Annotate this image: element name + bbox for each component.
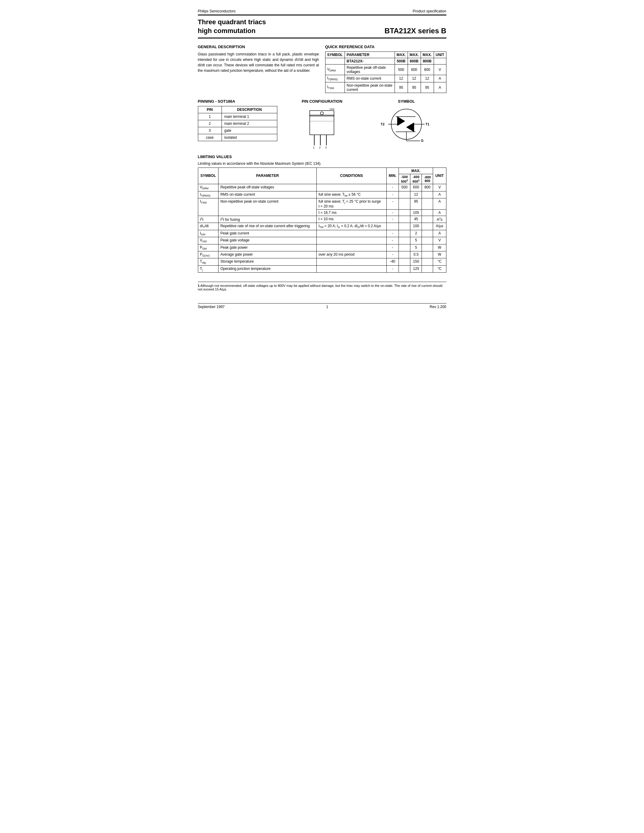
lv-col-param: PARAMETER <box>219 167 317 184</box>
svg-text:G: G <box>421 139 424 142</box>
product-title: Three quadrant triacs high commutation <box>198 18 266 35</box>
svg-text:2: 2 <box>319 146 320 148</box>
lv-max-600: -6006001 <box>411 174 422 184</box>
lv-row-pgm: PGM Peak gate power - 5 W <box>198 244 446 251</box>
lv-col-symbol: SYMBOL <box>198 167 219 184</box>
symbol-section: SYMBOL T2 T1 G <box>367 99 446 148</box>
svg-marker-12 <box>397 117 405 126</box>
lv-row-tstg: Tstg Storage temperature -40 150 °C <box>198 258 446 265</box>
lv-row-vgm: VGM Peak gate voltage - 5 V <box>198 237 446 244</box>
pin-row-2: 2 main terminal 2 <box>198 120 277 127</box>
qr-subheader-row: BTA212X- 500B 600B 800B <box>325 58 446 64</box>
lv-row-igm: IGM Peak gate current - 2 A <box>198 230 446 237</box>
general-description: GENERAL DESCRIPTION Glass passivated hig… <box>198 45 319 93</box>
title-bar: Three quadrant triacs high commutation B… <box>198 14 446 39</box>
doc-type: Product specification <box>413 9 446 13</box>
pin-col-desc: DESCRIPTION <box>222 106 277 113</box>
top-two-col: GENERAL DESCRIPTION Glass passivated hig… <box>198 45 446 93</box>
qr-heading: QUICK REFERENCE DATA <box>325 45 446 49</box>
footnote-text: 1 Although not recommended, off-state vo… <box>198 284 446 291</box>
qr-header-row: SYMBOL PARAMETER MAX. MAX. MAX. UNIT <box>325 52 446 58</box>
lv-max-500: -5005001 <box>399 174 410 184</box>
pin-row-case: case isolated <box>198 134 277 141</box>
qr-col-max2: MAX. <box>407 52 421 58</box>
lv-header-row: SYMBOL PARAMETER CONDITIONS MIN. MAX. UN… <box>198 167 446 174</box>
triac-symbol: T2 T1 G <box>379 106 434 145</box>
middle-three-col: PINNING - SOT186A PIN DESCRIPTION 1 main… <box>198 99 446 148</box>
qr-col-unit: UNIT <box>434 52 446 58</box>
svg-text:T2: T2 <box>381 122 385 126</box>
pin-row-3: 3 gate <box>198 127 277 134</box>
lv-col-min: MIN. <box>386 167 399 184</box>
gen-desc-text: Glass passivated high commutation triacs… <box>198 51 319 73</box>
pin-config-section: PIN CONFIGURATION case 1 2 3 <box>282 99 362 148</box>
svg-text:3: 3 <box>325 146 327 148</box>
svg-point-2 <box>320 112 324 115</box>
gen-desc-heading: GENERAL DESCRIPTION <box>198 45 319 49</box>
qr-table: SYMBOL PARAMETER MAX. MAX. MAX. UNIT BTA… <box>325 51 446 93</box>
title-left: Three quadrant triacs high commutation <box>198 18 266 35</box>
lv-col-max: MAX. <box>399 167 433 174</box>
svg-text:T1: T1 <box>425 122 430 126</box>
lv-row-i2t: I2t I2t for fusing t = 10 ms - 45 A2s <box>198 216 446 223</box>
svg-text:1: 1 <box>313 146 315 148</box>
qr-col-param: PARAMETER <box>345 52 394 58</box>
lv-row-tj: Tj Operating junction temperature - 125 … <box>198 265 446 272</box>
footer-page: 1 <box>326 305 328 309</box>
limiting-heading: LIMITING VALUES <box>198 154 446 159</box>
svg-marker-13 <box>406 123 414 132</box>
qr-row-itrms: IT(RMS) RMS on-state current 12 12 12 A <box>325 75 446 82</box>
qr-col-symbol: SYMBOL <box>325 52 345 58</box>
symbol-heading: SYMBOL <box>398 99 415 104</box>
company-name: Philips Semiconductors <box>198 9 236 13</box>
lv-row-vdrm: VDRM Repetitive peak off-state voltages … <box>198 184 446 191</box>
pin-row-1: 1 main terminal 1 <box>198 113 277 120</box>
limiting-values-section: LIMITING VALUES Limiting values in accor… <box>198 154 446 273</box>
qr-row-itsm: ITSM Non-repetitive peak on-state curren… <box>325 82 446 93</box>
pin-config-heading: PIN CONFIGURATION <box>301 99 342 104</box>
svg-rect-0 <box>310 115 334 135</box>
pin-table: PIN DESCRIPTION 1 main terminal 1 2 main… <box>198 106 278 141</box>
footer-date: September 1997 <box>198 305 225 309</box>
package-diagram: case 1 2 3 <box>304 106 340 148</box>
quick-reference: QUICK REFERENCE DATA SYMBOL PARAMETER MA… <box>325 45 446 93</box>
limiting-subtitle: Limiting values in accordance with the A… <box>198 161 446 166</box>
footer-rev: Rev 1.200 <box>430 305 446 309</box>
limiting-table: SYMBOL PARAMETER CONDITIONS MIN. MAX. UN… <box>198 167 446 273</box>
page-footer: September 1997 1 Rev 1.200 <box>198 303 446 309</box>
lv-row-itsm: ITSM Non-repetitive peak on-state curren… <box>198 198 446 210</box>
lv-row-didt: dIT/dt Repetitive rate of rise of on-sta… <box>198 223 446 230</box>
lv-col-unit: UNIT <box>433 167 446 184</box>
qr-col-max3: MAX. <box>421 52 434 58</box>
qr-col-max1: MAX. <box>394 52 407 58</box>
lv-row-pgav: PG(AV) Average gate power over any 20 ms… <box>198 251 446 258</box>
svg-text:case: case <box>329 108 335 110</box>
lv-row-itrms: IT(RMS) RMS on-state current full sine w… <box>198 191 446 198</box>
lv-max-800: -800800 <box>422 174 433 184</box>
pinning-heading: PINNING - SOT186A <box>198 99 278 104</box>
pinning-section: PINNING - SOT186A PIN DESCRIPTION 1 main… <box>198 99 278 148</box>
pin-col-pin: PIN <box>198 106 222 113</box>
footnote: 1 Although not recommended, off-state vo… <box>198 282 446 291</box>
lv-col-conditions: CONDITIONS <box>316 167 386 184</box>
qr-row-vdrm: VDRM Repetitive peak off-state voltages … <box>325 64 446 75</box>
product-series: BTA212X series B <box>385 27 446 35</box>
page-header: Philips Semiconductors Product specifica… <box>198 9 446 13</box>
pin-header-row: PIN DESCRIPTION <box>198 106 277 113</box>
